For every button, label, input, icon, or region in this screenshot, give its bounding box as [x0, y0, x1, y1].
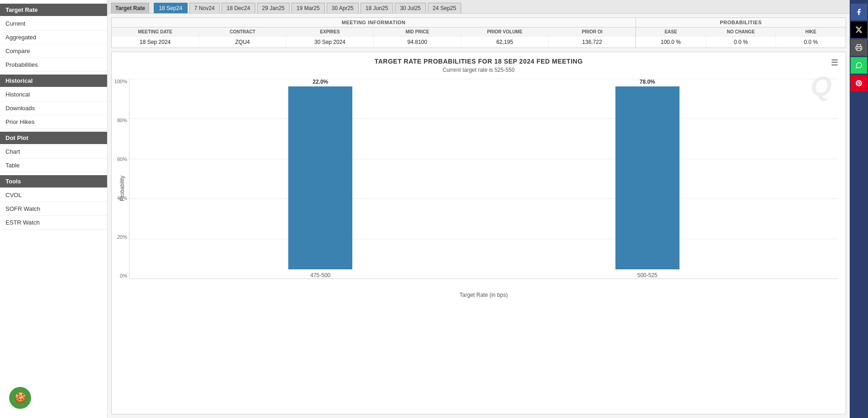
col-contract-header: CONTRACT — [199, 27, 286, 37]
chart-plot-area: 0% 20% 40% 60% 80% 100% — [129, 79, 838, 279]
col-hike-value: 0.0 % — [776, 37, 846, 48]
col-prior-volume-header: PRIOR VOLUME — [461, 27, 548, 37]
col-prior-oi-header: PRIOR OI — [549, 27, 636, 37]
print-icon[interactable] — [851, 39, 867, 56]
chart-container: Probability 0% 20% 40% 60% 80% 100% — [119, 79, 838, 298]
bar-label-bottom-500-525: 500-525 — [637, 272, 658, 279]
info-table: MEETING INFORMATION MEETING DATE 18 Sep … — [111, 17, 846, 48]
y-tick-20: 20% — [113, 234, 129, 240]
tab-bar-label: Target Rate — [111, 3, 149, 13]
bars-wrapper: 22.0% 475-500 78.0% 500-525 — [129, 79, 838, 279]
sidebar-item-current[interactable]: Current — [0, 17, 107, 31]
tab-19mar25[interactable]: 19 Mar25 — [291, 3, 325, 13]
tab-18dec24[interactable]: 18 Dec24 — [221, 3, 255, 13]
sidebar-target-rate-header: Target Rate — [0, 4, 107, 16]
col-expires-header: EXPIRES — [286, 27, 373, 37]
chart-inner: 0% 20% 40% 60% 80% 100% — [129, 79, 838, 298]
col-ease-header: EASE — [636, 27, 706, 37]
tab-bar: Target Rate 18 Sep24 7 Nov24 18 Dec24 29… — [108, 0, 850, 14]
social-bar — [850, 0, 868, 418]
col-mid-price-value: 94.8100 — [374, 37, 461, 48]
sidebar-item-cvol[interactable]: CVOL — [0, 188, 107, 202]
cookie-button[interactable]: 🍪 — [9, 387, 31, 409]
col-expires-value: 30 Sep 2024 — [286, 37, 373, 48]
probabilities-header: PROBABILITIES — [636, 18, 846, 27]
tab-30jul25[interactable]: 30 Jul25 — [395, 3, 426, 13]
meeting-info-section: MEETING INFORMATION MEETING DATE 18 Sep … — [112, 18, 636, 48]
sidebar-item-historical[interactable]: Historical — [0, 88, 107, 102]
whatsapp-icon[interactable] — [851, 57, 867, 74]
chart-section: TARGET RATE PROBABILITIES FOR 18 SEP 202… — [111, 52, 846, 414]
col-meeting-date: MEETING DATE 18 Sep 2024 — [112, 27, 199, 48]
col-ease-value: 100.0 % — [636, 37, 706, 48]
col-contract: CONTRACT ZQU4 — [199, 27, 286, 48]
sidebar: Target Rate Current Aggregated Compare P… — [0, 0, 108, 418]
col-mid-price-header: MID PRICE — [374, 27, 461, 37]
y-tick-100: 100% — [113, 79, 129, 84]
probabilities-cols: EASE 100.0 % NO CHANGE 0.0 % HIKE 0.0 % — [636, 27, 846, 48]
bar-label-top-475-500: 22.0% — [313, 79, 328, 85]
bar-group-500-525: 78.0% 500-525 — [615, 79, 679, 279]
bar-label-bottom-475-500: 475-500 — [310, 272, 330, 279]
col-no-change: NO CHANGE 0.0 % — [706, 27, 776, 48]
sidebar-item-prior-hikes[interactable]: Prior Hikes — [0, 115, 107, 129]
tab-18sep24[interactable]: 18 Sep24 — [154, 3, 187, 13]
chart-title: TARGET RATE PROBABILITIES FOR 18 SEP 202… — [119, 58, 838, 65]
col-no-change-header: NO CHANGE — [706, 27, 776, 37]
tab-7nov24[interactable]: 7 Nov24 — [189, 3, 220, 13]
sidebar-item-table[interactable]: Table — [0, 159, 107, 172]
sidebar-dot-plot-header: Dot Plot — [0, 132, 107, 144]
probabilities-section: PROBABILITIES EASE 100.0 % NO CHANGE 0.0… — [636, 18, 846, 48]
col-expires: EXPIRES 30 Sep 2024 — [286, 27, 374, 48]
chart-subtitle: Current target rate is 525-550 — [119, 67, 838, 73]
cookie-icon: 🍪 — [14, 392, 27, 404]
y-axis-ticks: 0% 20% 40% 60% 80% 100% — [113, 79, 129, 279]
col-contract-value: ZQU4 — [199, 37, 286, 48]
meeting-info-cols: MEETING DATE 18 Sep 2024 CONTRACT ZQU4 E… — [112, 27, 636, 48]
pinterest-icon[interactable] — [851, 75, 867, 91]
y-tick-0: 0% — [113, 273, 129, 279]
tab-30apr25[interactable]: 30 Apr25 — [327, 3, 359, 13]
sidebar-tools-header: Tools — [0, 175, 107, 188]
sidebar-item-estr-watch[interactable]: ESTR Watch — [0, 216, 107, 230]
col-prior-volume: PRIOR VOLUME 62,195 — [461, 27, 549, 48]
sidebar-item-aggregated[interactable]: Aggregated — [0, 31, 107, 44]
col-hike: HIKE 0.0 % — [776, 27, 846, 48]
sidebar-item-chart[interactable]: Chart — [0, 145, 107, 159]
sidebar-historical-header: Historical — [0, 75, 107, 87]
facebook-icon[interactable] — [851, 4, 867, 20]
col-hike-header: HIKE — [776, 27, 846, 37]
col-prior-volume-value: 62,195 — [461, 37, 548, 48]
y-tick-60: 60% — [113, 156, 129, 162]
bar-475-500 — [288, 86, 352, 269]
bar-group-475-500: 22.0% 475-500 — [288, 79, 352, 279]
col-meeting-date-value: 18 Sep 2024 — [112, 37, 199, 48]
y-tick-80: 80% — [113, 118, 129, 123]
chart-menu-button[interactable]: ☰ — [831, 58, 838, 68]
col-prior-oi-value: 136,722 — [549, 37, 636, 48]
sidebar-item-compare[interactable]: Compare — [0, 44, 107, 58]
col-no-change-value: 0.0 % — [706, 37, 776, 48]
twitter-x-icon[interactable] — [851, 21, 867, 38]
meeting-info-header: MEETING INFORMATION — [112, 18, 636, 27]
col-prior-oi: PRIOR OI 136,722 — [549, 27, 636, 48]
sidebar-item-sofr-watch[interactable]: SOFR Watch — [0, 202, 107, 216]
col-mid-price: MID PRICE 94.8100 — [374, 27, 461, 48]
tab-29jan25[interactable]: 29 Jan25 — [257, 3, 290, 13]
tab-24sep25[interactable]: 24 Sep25 — [428, 3, 461, 13]
bar-500-525 — [615, 86, 679, 269]
bar-label-top-500-525: 78.0% — [640, 79, 655, 85]
sidebar-item-downloads[interactable]: Downloads — [0, 102, 107, 115]
chart-x-axis-label: Target Rate (in bps) — [129, 292, 838, 298]
tab-18jun25[interactable]: 18 Jun25 — [361, 3, 393, 13]
col-ease: EASE 100.0 % — [636, 27, 706, 48]
sidebar-item-probabilities[interactable]: Probabilities — [0, 58, 107, 72]
col-meeting-date-header: MEETING DATE — [112, 27, 199, 37]
y-tick-40: 40% — [113, 195, 129, 201]
main-content: Target Rate 18 Sep24 7 Nov24 18 Dec24 29… — [108, 0, 850, 418]
